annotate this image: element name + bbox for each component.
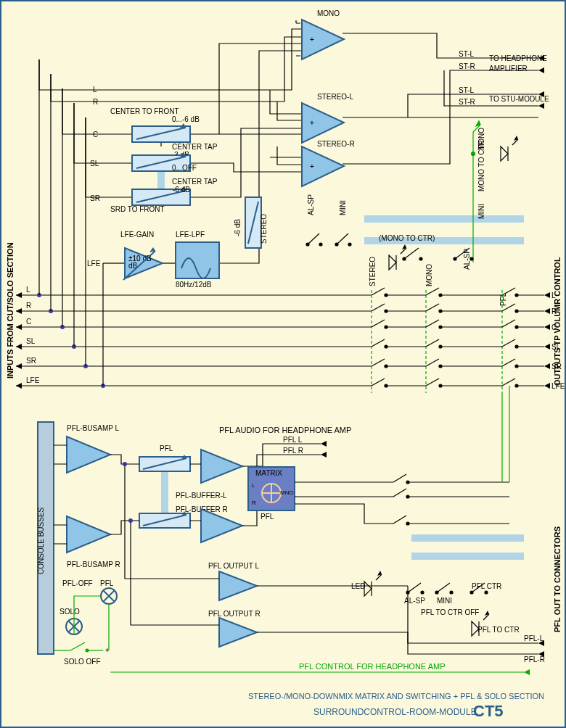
lbl-stereoL: STEREO-L bbox=[317, 93, 353, 101]
svg-text:CT5: CT5 bbox=[473, 702, 504, 720]
lbl-stereoR: STEREO-R bbox=[317, 140, 355, 148]
svg-point-162 bbox=[435, 591, 438, 594]
svg-marker-132 bbox=[219, 618, 257, 647]
svg-text:+: + bbox=[310, 36, 314, 44]
svg-text:STEREO-/MONO-DOWNMIX MATRIX AN: STEREO-/MONO-DOWNMIX MATRIX AND SWITCHIN… bbox=[248, 692, 544, 700]
diagram-page: L R C SL SR LFE MONO + STEREO-L + STEREO… bbox=[0, 0, 566, 728]
lbl-srdf: SRD TO FRONT bbox=[110, 205, 165, 213]
lbl-monotoctr: MONO TO CTR bbox=[477, 140, 485, 191]
svg-text:PFL OUTPUT R: PFL OUTPUT R bbox=[208, 610, 261, 618]
svg-text:ST-R: ST-R bbox=[459, 62, 475, 70]
lbl-monoctr: (MONO TO CTR) bbox=[379, 234, 435, 242]
svg-point-163 bbox=[450, 591, 453, 594]
svg-text:PFL-L: PFL-L bbox=[524, 634, 544, 642]
svg-marker-52 bbox=[16, 363, 22, 369]
svg-marker-172 bbox=[524, 669, 530, 675]
lbl-mini2: MINI bbox=[477, 204, 485, 219]
pfl-section: CONSOLE BUSSES PFL-BUSAMP L PFL-BUSAMP R… bbox=[37, 386, 545, 675]
lbl-ctf-range: 0...-6 dB bbox=[172, 115, 200, 123]
svg-marker-118 bbox=[321, 452, 327, 458]
lbl-SR: SR bbox=[26, 357, 36, 365]
lbl-srdf-range: 0...OFF bbox=[172, 164, 197, 172]
svg-text:SOLO OFF: SOLO OFF bbox=[64, 658, 101, 666]
svg-text:AMPLIFIER: AMPLIFIER bbox=[489, 65, 528, 73]
svg-marker-87 bbox=[544, 344, 550, 349]
matrix-box: MATRIX L R MNO PFL bbox=[248, 467, 295, 521]
svg-text:L: L bbox=[252, 482, 255, 489]
lbl-C: C bbox=[26, 318, 31, 326]
svg-marker-112 bbox=[201, 450, 242, 483]
pfl-ladder bbox=[393, 474, 509, 525]
lbl-stereo: STEREO bbox=[369, 257, 377, 286]
svg-text:PFL-OFF: PFL-OFF bbox=[62, 579, 93, 587]
svg-marker-53 bbox=[16, 383, 22, 389]
lbl-SL: SL bbox=[26, 337, 36, 345]
svg-text:+: + bbox=[310, 119, 314, 127]
svg-marker-50 bbox=[16, 324, 22, 330]
lbl-ctf-tap: CENTER TAP bbox=[172, 143, 218, 151]
title-block: STEREO-/MONO-DOWNMIX MATRIX AND SWITCHIN… bbox=[248, 692, 544, 720]
right-side-caption-mid: OUTPUTS TP VOLUMR CONTROL bbox=[553, 257, 562, 386]
svg-text:MINI: MINI bbox=[437, 597, 452, 605]
svg-marker-89 bbox=[544, 363, 550, 369]
top-branch-inputs: L R C SL SR LFE bbox=[87, 86, 101, 268]
svg-text:PFL-BUSAMP R: PFL-BUSAMP R bbox=[67, 561, 120, 568]
svg-point-133 bbox=[123, 462, 127, 466]
svg-marker-9 bbox=[538, 103, 544, 109]
lbl-mono: MONO bbox=[425, 264, 433, 286]
lbl-lfelpf-sub: 80Hz/12dB bbox=[176, 281, 212, 289]
svg-marker-103 bbox=[67, 516, 110, 553]
svg-point-165 bbox=[485, 591, 488, 594]
svg-marker-101 bbox=[67, 437, 110, 473]
svg-text:PFL-BUSAMP L: PFL-BUSAMP L bbox=[67, 424, 119, 432]
lbl-stereo-lbl: STEREO bbox=[260, 214, 268, 244]
amp-mono: MONO + bbox=[296, 9, 344, 59]
svg-text:PFL TO CTR OFF: PFL TO CTR OFF bbox=[421, 608, 479, 616]
left-side-caption: INPUTS FROM CUT/SOLO SECTION bbox=[6, 242, 15, 379]
svg-marker-83 bbox=[544, 308, 550, 314]
svg-text:+: + bbox=[310, 162, 314, 170]
lbl-L: L bbox=[26, 286, 30, 294]
svg-marker-10 bbox=[302, 20, 344, 59]
lbl-srdf-db: -6 dB bbox=[173, 186, 190, 194]
lbl-stereo6: -6 dB bbox=[234, 219, 242, 236]
svg-text:PFL AUDIO FOR HEADPHONE AMP: PFL AUDIO FOR HEADPHONE AMP bbox=[219, 426, 351, 434]
svg-text:PFL-BUFFER-L: PFL-BUFFER-L bbox=[176, 492, 227, 500]
svg-marker-114 bbox=[201, 509, 242, 542]
svg-point-134 bbox=[128, 518, 133, 523]
schematic-svg: L R C SL SR LFE MONO + STEREO-L + STEREO… bbox=[1, 1, 565, 727]
lbl-LFE-top: LFE bbox=[87, 260, 101, 268]
amp-stereo-r: STEREO-R + bbox=[302, 140, 355, 186]
svg-text:ST-L: ST-L bbox=[459, 50, 475, 58]
svg-text:MNO: MNO bbox=[280, 489, 294, 496]
svg-text:PFL: PFL bbox=[160, 444, 173, 452]
svg-marker-48 bbox=[16, 292, 22, 298]
lbl-mini: MINI bbox=[339, 200, 347, 215]
svg-text:PFL TO CTR: PFL TO CTR bbox=[477, 626, 520, 634]
svg-text:PFL OUTPUT L: PFL OUTPUT L bbox=[208, 562, 259, 570]
lbl-LFE: LFE bbox=[26, 376, 40, 384]
svg-text:TO STU-MODULE: TO STU-MODULE bbox=[489, 95, 549, 103]
svg-text:AL-SP: AL-SP bbox=[404, 597, 425, 605]
svg-text:PFL: PFL bbox=[261, 513, 274, 521]
svg-point-160 bbox=[406, 591, 409, 594]
lbl-lfegain: LFE-GAIN bbox=[120, 231, 154, 239]
svg-text:R: R bbox=[252, 500, 256, 506]
svg-marker-81 bbox=[544, 292, 550, 298]
svg-text:PFL-R: PFL-R bbox=[524, 655, 545, 663]
svg-point-164 bbox=[470, 591, 473, 594]
svg-text:SOLO: SOLO bbox=[60, 608, 80, 616]
svg-text:TO HEADPHONE: TO HEADPHONE bbox=[489, 54, 547, 62]
svg-text:PFL L: PFL L bbox=[283, 436, 303, 444]
lbl-ctf: CENTER TO FRONT bbox=[110, 107, 179, 115]
svg-text:ST-R: ST-R bbox=[459, 98, 475, 106]
lbl-SR-top: SR bbox=[90, 194, 100, 202]
pfl-right-switches: LED AL-SP MINI PFL CTR PFL TO CTR OFF PF… bbox=[351, 571, 520, 636]
pfl-solo-ctrl: PFL-OFF PFL SOLO SOLO OFF + bbox=[54, 579, 117, 666]
svg-marker-85 bbox=[544, 324, 550, 330]
lbl-srdf-tap: CENTER TAP bbox=[172, 178, 218, 186]
svg-point-42 bbox=[335, 243, 338, 246]
svg-marker-7 bbox=[538, 67, 544, 73]
svg-point-44 bbox=[403, 257, 406, 260]
svg-point-47 bbox=[470, 257, 473, 260]
